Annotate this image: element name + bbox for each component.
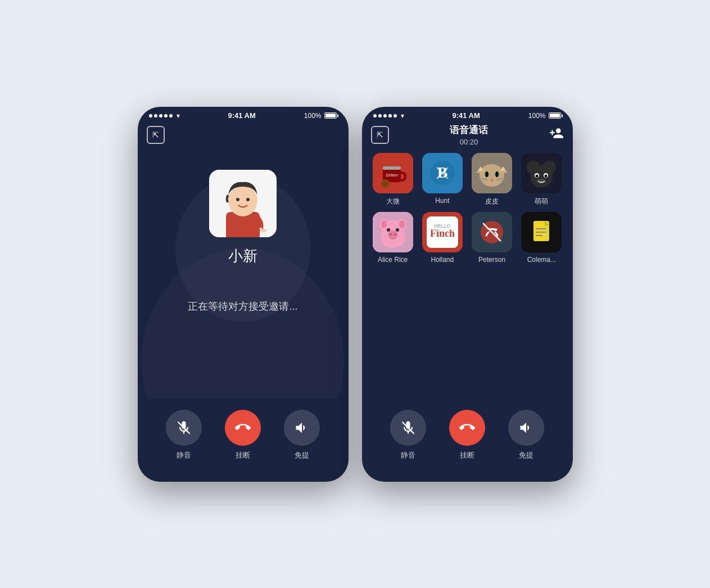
controls-row-2: 静音 挂断 [379,410,556,460]
add-participant-button[interactable] [549,126,564,144]
participant-peterson: Peterson [470,212,514,264]
avatar-pipi[interactable] [472,153,512,193]
status-bar-1: ▾ 9:41 AM 100% [138,107,349,123]
speaker-icon-2 [518,420,534,436]
svg-point-48 [399,220,405,228]
speaker-button-2[interactable] [508,410,544,446]
svg-point-36 [530,165,553,188]
hangup-control-2: 挂断 [449,410,485,460]
nav-bar-2: ⇱ 语音通话 00:20 [362,123,573,147]
phone-calling: ▾ 9:41 AM 100% ⇱ [138,107,349,482]
avatar-coleman[interactable] [521,212,562,252]
signal-dot-1 [149,114,152,117]
mute-button-2[interactable] [390,410,426,446]
svg-text:Zelten: Zelten [386,173,398,178]
speaker-icon [294,420,310,436]
battery-icon-1 [324,112,337,119]
signal-dot-4 [164,114,168,117]
svg-point-47 [381,220,387,228]
svg-rect-11 [383,166,401,170]
svg-point-53 [394,233,396,236]
name-pipi: 皮皮 [485,197,499,206]
name-mengmeng: 萌萌 [535,197,548,206]
avatar-coleman-image [521,212,562,252]
app-container: ▾ 9:41 AM 100% ⇱ [126,96,584,493]
hangup-label: 挂断 [236,450,250,460]
avatar-hunt[interactable]: B [422,153,463,193]
hangup-button-2[interactable] [449,410,485,446]
participant-dawai: Zelten 大微 [371,153,415,206]
svg-point-7 [246,198,250,201]
svg-point-1 [142,248,344,399]
status-time-1: 9:41 AM [228,111,255,120]
status-bar-2: ▾ 9:41 AM 100% [362,107,573,123]
battery-percent-2: 100% [528,112,546,120]
mute-label: 静音 [177,450,191,460]
participant-pipi: 皮皮 [470,153,514,206]
avatar-mengmeng[interactable] [521,153,562,193]
name-hunt: Hunt [435,197,449,205]
call-title: 语音通话 [450,124,488,137]
hangup-control: 挂断 [225,410,261,460]
mute-label-2: 静音 [401,450,415,460]
wifi-icon-2: ▾ [401,112,404,120]
participant-alice: Alice Rice [371,212,415,264]
participant-mengmeng: 萌萌 [519,153,563,206]
name-alice: Alice Rice [378,256,408,264]
speaker-label: 免提 [295,450,309,460]
avatar-image [209,170,277,237]
calling-content: 小新 正在等待对方接受邀请... [138,147,349,399]
participant-hunt: B Hunt [420,153,464,206]
svg-point-13 [383,182,387,186]
speaker-control: 免提 [284,410,320,460]
name-finch: Holland [431,256,454,264]
mute-control-2: 静音 [390,410,426,460]
signal-area-2: ▾ [373,112,404,120]
signal-area: ▾ [149,112,180,120]
hangup-label-2: 挂断 [460,450,474,460]
svg-text:Finch: Finch [430,228,455,239]
name-coleman: Colema... [527,256,556,264]
avatar-finch[interactable]: HELLO Finch [422,212,463,252]
svg-point-40 [545,174,548,177]
svg-rect-64 [533,221,545,241]
collapse-icon-2[interactable]: ⇱ [371,126,389,144]
hangup-button[interactable] [225,410,261,446]
avatar-alice[interactable] [373,212,413,252]
call-controls-1: 静音 挂断 [138,399,349,482]
participant-finch-holland: HELLO Finch Holland [420,212,464,264]
collapse-icon-1[interactable]: ⇱ [147,126,165,144]
signal-dot-3 [159,114,162,117]
svg-point-6 [236,198,239,201]
avatar-dawai[interactable]: Zelten [373,153,413,193]
svg-point-50 [396,228,399,232]
controls-row-1: 静音 挂断 [155,410,332,460]
battery-icon-2 [549,112,561,119]
contact-name: 小新 [228,246,257,266]
avatar-dawai-image: Zelten [373,153,413,193]
svg-point-19 [480,164,504,187]
avatar-mengmeng-image [521,153,562,193]
speaker-label-2: 免提 [519,450,533,460]
mute-button[interactable] [166,410,202,446]
svg-point-49 [387,228,390,232]
battery-percent-1: 100% [304,112,322,120]
battery-area-1: 100% [304,112,337,120]
name-dawai: 大微 [386,197,400,206]
avatar-peterson-image [472,212,512,252]
wifi-icon: ▾ [177,112,180,120]
hangup-icon [235,420,251,436]
svg-text:B: B [437,164,448,181]
nav-bar-1: ⇱ [138,123,349,147]
speaker-control-2: 免提 [508,410,544,460]
svg-point-39 [536,174,539,177]
speaker-button[interactable] [284,410,320,446]
add-person-icon [549,126,564,141]
mute-icon [176,420,192,436]
svg-point-52 [389,233,392,236]
avatar-finch-image: HELLO Finch [422,212,463,252]
calling-status: 正在等待对方接受邀请... [188,300,297,313]
avatar-peterson[interactable] [472,212,512,252]
mute-control: 静音 [166,410,202,460]
avatar-alice-image [373,212,413,252]
